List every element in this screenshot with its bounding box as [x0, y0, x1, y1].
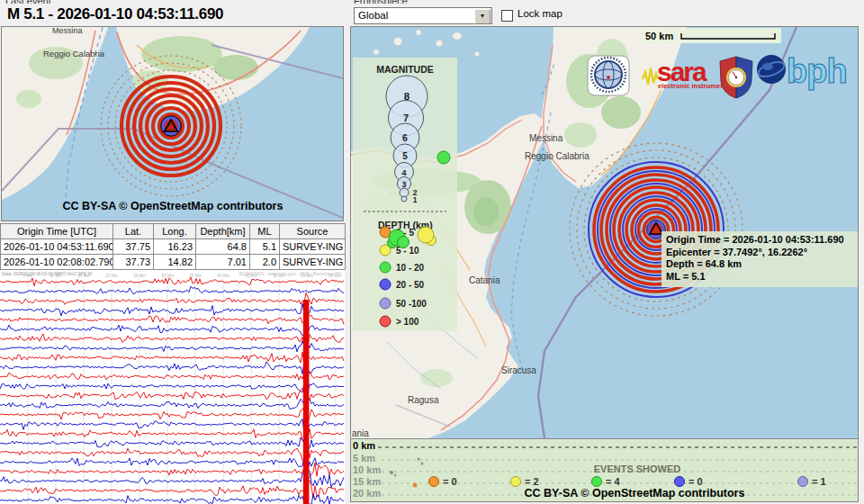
table-header-cell: Depth[km] — [196, 224, 250, 239]
right-map-attribution: CC BY-SA © OpenStreetMap contributors — [525, 487, 745, 500]
city-reggio: Reggio Calabria — [525, 151, 590, 161]
svg-text:6: 6 — [402, 132, 408, 143]
svg-text:= 2: = 2 — [525, 476, 539, 487]
app-window: Last event M 5.1 - 2026-01-10 04:53:11.6… — [0, 0, 864, 504]
svg-text:= 4: = 4 — [606, 476, 620, 487]
svg-text:30 Min: 30 Min — [161, 274, 174, 278]
table-header-cell: Source — [280, 224, 346, 239]
table-cell: 37.75 — [113, 239, 154, 255]
svg-text:5: 5 — [402, 151, 408, 161]
svg-text:20 - 50: 20 - 50 — [396, 280, 425, 290]
table-cell: 64.8 — [196, 239, 250, 255]
table-cell: 5.1 — [250, 239, 280, 255]
main-map[interactable]: Parco dei Nebrodi Messina Reggio Calabri… — [350, 26, 859, 502]
svg-text:20 km: 20 km — [353, 488, 381, 499]
svg-text:10 - 20: 10 - 20 — [396, 263, 425, 273]
table-cell: 7.01 — [196, 255, 250, 270]
left-map-city-reggio: Reggio Calabria — [43, 49, 105, 58]
chevron-down-icon[interactable]: ▼ — [474, 9, 490, 24]
svg-text:Data: 2026/01/09 06:00:00 SBPO: Data: 2026/01/09 06:00:00 SBPO SmZ SPS 5… — [2, 272, 93, 276]
page-title: M 5.1 - 2026-01-10 04:53:11.690 — [7, 5, 223, 23]
table-cell: 16.23 — [154, 239, 196, 255]
table-header-row: Origin Time [UTC]Lat.Long.Depth[km]MLSou… — [1, 224, 346, 239]
table-row[interactable]: 2026-01-10 02:08:02.79037.7314.827.012.0… — [1, 255, 346, 270]
city-ragusa: Ragusa — [408, 395, 439, 405]
lock-map-checkbox[interactable] — [501, 10, 513, 22]
svg-text:ML = 5.1: ML = 5.1 — [666, 271, 706, 282]
scale-label: 50 km — [645, 31, 673, 41]
map-scope-select[interactable]: Global ▼ — [354, 7, 492, 24]
left-map-canvas: Messina Reggio Calabria CC BY-SA © OpenS… — [2, 27, 343, 220]
svg-text:> 100: > 100 — [396, 317, 419, 327]
svg-text:SEISMOWIN - www.sara.pg.it - 2: SEISMOWIN - www.sara.pg.it - 2026 - Barc… — [238, 272, 343, 276]
svg-text:15 km: 15 km — [353, 476, 381, 487]
svg-text:Depth = 64.8 km: Depth = 64.8 km — [666, 258, 742, 269]
table-cell: 37.73 — [113, 255, 154, 270]
city-clipped: ania — [352, 428, 369, 438]
svg-text:Epicenter = 37.7492°, 16.2262°: Epicenter = 37.7492°, 16.2262° — [666, 247, 807, 257]
svg-text:4: 4 — [401, 167, 407, 177]
table-row[interactable]: 2026-01-10 04:53:11.69037.7516.2364.85.1… — [1, 239, 346, 255]
svg-text:50 -100: 50 -100 — [396, 299, 427, 309]
svg-text:20 Min: 20 Min — [105, 274, 118, 278]
table-cell: SURVEY-ING — [280, 255, 346, 270]
svg-text:= 0: = 0 — [443, 476, 457, 487]
svg-text:Origin Time = 2026-01-10 04:53: Origin Time = 2026-01-10 04:53:11.690 — [666, 234, 844, 245]
lock-map-label: Lock map — [518, 8, 562, 19]
svg-text:3: 3 — [401, 180, 406, 189]
left-map-city-messina: Messina — [52, 27, 83, 35]
depth-section-canvas: 0 km 5 km 10 km 15 km 20 km EVENTS SHOWE… — [351, 439, 858, 501]
svg-text:1: 1 — [413, 195, 418, 204]
magnitude-legend-title: MAGNITUDE — [376, 64, 434, 75]
right-map-canvas: Parco dei Nebrodi Messina Reggio Calabri… — [351, 27, 858, 438]
city-messina: Messina — [529, 133, 563, 143]
table-header-cell: Lat. — [113, 224, 154, 239]
city-siracusa: Siracusa — [501, 365, 536, 375]
events-showed-label: EVENTS SHOWED — [594, 464, 681, 474]
map-legend: MAGNITUDE 8 7 6 5 4 3 2 1 DEPTH (k — [353, 58, 457, 331]
svg-text:25 Min: 25 Min — [133, 274, 146, 278]
last-event-map[interactable]: Messina Reggio Calabria CC BY-SA © OpenS… — [1, 26, 344, 221]
seismogram-traces: 5 Min10 Min15 Min20 Min25 Min30 Min35 Mi… — [0, 270, 345, 504]
depth-axis-labels: 0 km 5 km 10 km 15 km 20 km — [353, 440, 381, 499]
table-header-cell: ML — [250, 224, 280, 239]
city-catania: Catania — [469, 275, 500, 285]
map-scope-value: Global — [358, 10, 388, 21]
right-header-fragment: Frontispiece — [354, 0, 462, 4]
table-cell: 14.82 — [154, 255, 196, 270]
svg-text:7: 7 — [403, 112, 409, 123]
depth-section-panel: 0 km 5 km 10 km 15 km 20 km EVENTS SHOWE… — [351, 438, 858, 501]
svg-text:= 1: = 1 — [812, 476, 826, 487]
isn-logo — [588, 56, 629, 95]
seismogram-panel[interactable]: 5 Min10 Min15 Min20 Min25 Min30 Min35 Mi… — [0, 270, 345, 504]
table-cell: 2.0 — [250, 255, 280, 270]
table-cell: SURVEY-ING — [280, 239, 346, 255]
table-cell: 2026-01-10 02:08:02.790 — [1, 255, 113, 270]
svg-text:= 0: = 0 — [688, 476, 703, 487]
table-header-cell: Origin Time [UTC] — [1, 224, 113, 239]
left-map-attribution: CC BY-SA © OpenStreetMap contributors — [63, 200, 284, 212]
svg-text:10 km: 10 km — [353, 464, 381, 475]
table-header-cell: Long. — [154, 224, 196, 239]
svg-text:8: 8 — [404, 91, 410, 102]
svg-text:40 Min: 40 Min — [217, 274, 230, 278]
svg-text:0 km: 0 km — [353, 440, 375, 451]
bph-logo-text: bph — [787, 52, 847, 90]
sara-logo-subtext: electronic instruments — [658, 82, 730, 90]
events-table[interactable]: Origin Time [UTC]Lat.Long.Depth[km]MLSou… — [0, 223, 346, 270]
scale-bar: 50 km — [641, 28, 781, 43]
table-cell: 2026-01-10 04:53:11.690 — [1, 239, 113, 255]
event-info-box: Origin Time = 2026-01-10 04:53:11.690 Ep… — [662, 231, 858, 287]
events-showed-legend: = 0 = 2 = 4 = 0 = 1 — [429, 476, 826, 487]
left-header-fragment: Last event — [5, 0, 113, 4]
svg-text:5 km: 5 km — [353, 453, 375, 464]
